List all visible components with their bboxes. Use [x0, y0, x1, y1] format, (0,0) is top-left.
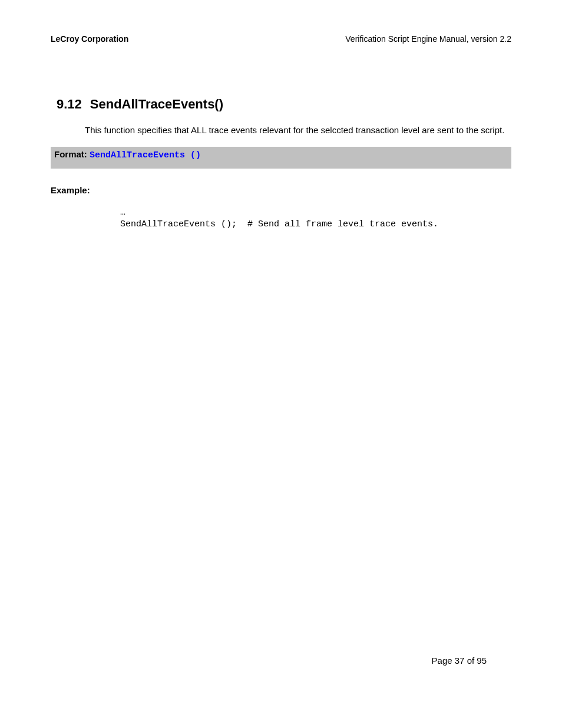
example-code: … SendAllTraceEvents (); # Send all fram… [120, 207, 511, 230]
code-line-2: SendAllTraceEvents (); # Send all frame … [120, 219, 438, 229]
code-line-1: … [120, 207, 125, 218]
section-title: SendAllTraceEvents() [90, 97, 223, 111]
header-company: LeCroy Corporation [51, 34, 128, 44]
page-header: LeCroy Corporation Verification Script E… [51, 34, 511, 44]
header-manual-title: Verification Script Engine Manual, versi… [345, 34, 511, 44]
page-footer: Page 37 of 95 [432, 655, 487, 666]
format-code: SendAllTraceEvents () [90, 150, 201, 160]
format-bar: Format: SendAllTraceEvents () [51, 147, 511, 169]
section-number: 9.12 [57, 97, 82, 111]
example-label: Example: [51, 185, 511, 195]
description-text: This function specifies that ALL trace e… [85, 125, 504, 135]
page-container: LeCroy Corporation Verification Script E… [0, 0, 562, 728]
section-heading: 9.12SendAllTraceEvents() [57, 97, 511, 112]
format-label: Format: [54, 149, 90, 159]
section-description: This function specifies that ALL trace e… [51, 124, 511, 136]
